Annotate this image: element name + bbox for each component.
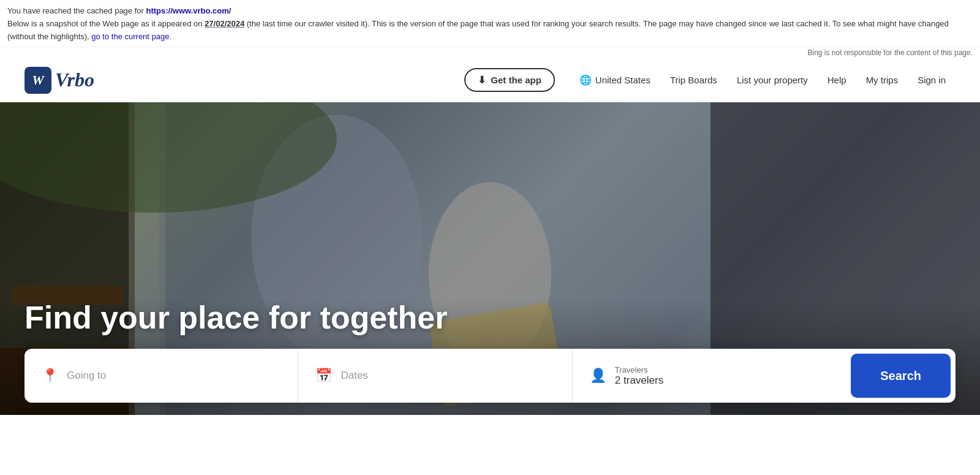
cache-line1: You have reached the cached page for htt… (7, 6, 231, 15)
logo-text: Vrbo (55, 69, 94, 91)
travelers-field[interactable]: 👤 Travelers 2 travelers (573, 349, 846, 403)
search-button[interactable]: Search (851, 354, 951, 398)
list-property-link[interactable]: List your property (727, 70, 818, 90)
going-to-content: Going to (67, 370, 106, 382)
vrbo-url-link[interactable]: https://www.vrbo.com/ (146, 6, 231, 15)
going-to-field[interactable]: 📍 Going to (24, 349, 298, 403)
sign-in-link[interactable]: Sign in (908, 70, 956, 90)
download-icon: ⬇ (478, 74, 486, 86)
travelers-label: Travelers (615, 365, 663, 374)
dates-placeholder: Dates (341, 370, 368, 382)
location-icon: 📍 (42, 368, 58, 384)
cache-date: 27/02/2024 (205, 19, 244, 28)
nav-links: ⬇ Get the app United States Trip Boards … (464, 68, 956, 92)
globe-icon (579, 74, 592, 86)
cache-banner: You have reached the cached page for htt… (0, 0, 980, 47)
my-trips-link[interactable]: My trips (856, 70, 908, 90)
travelers-value: 2 travelers (615, 374, 663, 387)
travelers-content: Travelers 2 travelers (615, 365, 663, 387)
logo-link[interactable]: W Vrbo (24, 67, 94, 94)
dates-field[interactable]: 📅 Dates (298, 349, 572, 403)
person-icon: 👤 (590, 368, 606, 384)
help-link[interactable]: Help (818, 70, 856, 90)
get-app-button[interactable]: ⬇ Get the app (464, 68, 555, 92)
trip-boards-link[interactable]: Trip Boards (660, 70, 727, 90)
search-bar-wrapper: 📍 Going to 📅 Dates 👤 Travelers 2 travele… (24, 349, 956, 403)
calendar-icon: 📅 (315, 368, 332, 384)
current-page-link[interactable]: go to the current page (91, 32, 169, 41)
search-bar: 📍 Going to 📅 Dates 👤 Travelers 2 travele… (24, 349, 956, 403)
hero-headline: Find your place for together (24, 300, 448, 335)
cache-line2: Below is a snapshot of the Web page as i… (7, 19, 949, 41)
hero-section: Find your place for together 📍 Going to … (0, 102, 980, 415)
navbar: W Vrbo ⬇ Get the app United States Trip … (0, 58, 980, 102)
going-to-placeholder: Going to (67, 370, 106, 382)
logo-icon: W (24, 67, 51, 94)
bing-notice: Bing is not responsible for the content … (0, 47, 980, 58)
region-selector[interactable]: United States (570, 69, 660, 91)
dates-content: Dates (341, 370, 368, 382)
